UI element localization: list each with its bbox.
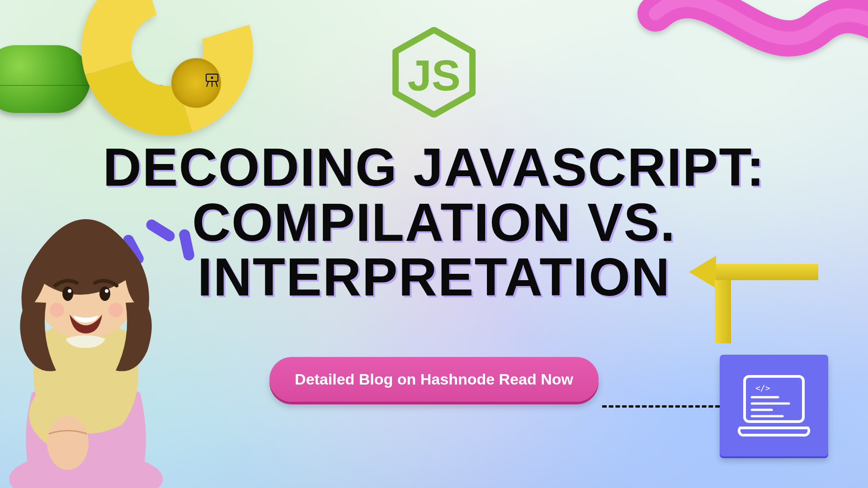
js-logo: JS (387, 27, 481, 117)
green-pill-shape (0, 45, 90, 113)
svg-point-16 (50, 303, 64, 317)
dashed-connector (602, 405, 720, 408)
svg-point-14 (68, 289, 71, 293)
read-now-button[interactable]: Detailed Blog on Hashnode Read Now (269, 357, 599, 402)
svg-point-15 (105, 289, 108, 293)
svg-point-17 (108, 303, 123, 317)
svg-point-12 (62, 286, 73, 301)
svg-point-13 (99, 286, 110, 301)
svg-point-10 (47, 416, 89, 470)
svg-text:</>: </> (755, 383, 770, 393)
code-laptop-icon: </> (720, 355, 828, 456)
character-illustration (0, 181, 208, 488)
svg-point-1 (211, 77, 213, 79)
svg-rect-3 (745, 376, 803, 422)
easel-icon (204, 72, 220, 88)
js-logo-text: JS (407, 51, 460, 99)
yellow-arrow-shape (692, 249, 818, 339)
pink-squiggle-shape (628, 0, 868, 127)
